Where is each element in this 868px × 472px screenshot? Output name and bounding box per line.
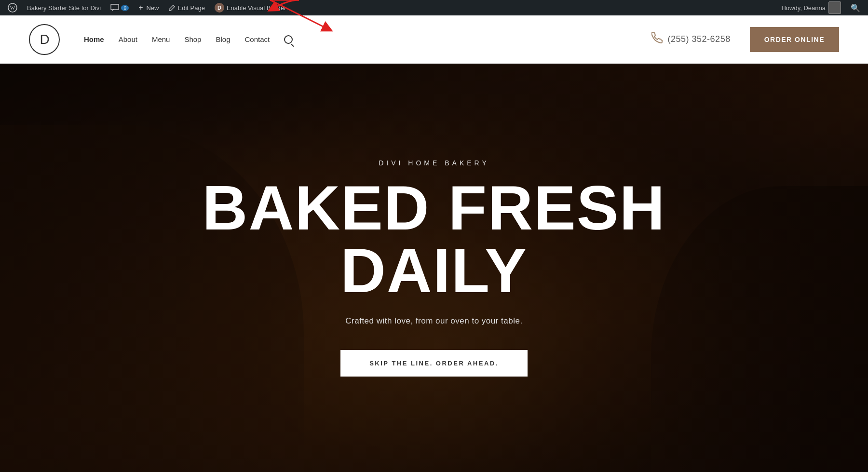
user-avatar — [828, 1, 841, 14]
nav-home[interactable]: Home — [84, 35, 104, 43]
admin-search-icon[interactable]: 🔍 — [847, 3, 864, 13]
site-header: D Home About Menu Shop Blog Contact (255… — [0, 15, 868, 64]
divi-icon-letter: D — [217, 5, 221, 11]
howdy-label: Howdy, Deanna — [781, 4, 826, 12]
hero-section: DIVI HOME BAKERY BAKED FRESH DAILY Craft… — [0, 64, 868, 472]
enable-vb-label: Enable Visual Builder — [227, 4, 286, 12]
hero-content: DIVI HOME BAKERY BAKED FRESH DAILY Craft… — [183, 159, 685, 377]
nav-search-icon[interactable] — [284, 35, 293, 44]
order-online-button[interactable]: ORDER ONLINE — [750, 27, 839, 52]
edit-page-button[interactable]: Edit Page — [165, 0, 209, 15]
adminbar-left: W Bakery Starter Site for Divi 0 + New — [4, 0, 777, 15]
nav-contact[interactable]: Contact — [245, 35, 270, 43]
site-logo[interactable]: D — [29, 24, 60, 55]
phone-icon — [651, 32, 663, 47]
comment-count: 0 — [121, 5, 129, 11]
wordpress-icon: W — [8, 3, 17, 13]
comments-button[interactable]: 0 — [107, 0, 133, 15]
nav-blog[interactable]: Blog — [216, 35, 230, 43]
hero-subtitle: Crafted with love, from our oven to your… — [203, 316, 666, 326]
adminbar-right: Howdy, Deanna 🔍 — [777, 1, 864, 14]
site-name-label: Bakery Starter Site for Divi — [27, 4, 101, 12]
site-navigation: Home About Menu Shop Blog Contact — [84, 35, 651, 44]
plus-icon: + — [138, 3, 143, 12]
logo-circle: D — [29, 24, 60, 55]
hero-title-line2: DAILY — [340, 235, 528, 306]
nav-shop[interactable]: Shop — [184, 35, 201, 43]
pencil-icon — [169, 4, 176, 11]
svg-text:W: W — [10, 5, 15, 11]
nav-about[interactable]: About — [119, 35, 137, 43]
site-name-button[interactable]: Bakery Starter Site for Divi — [23, 0, 105, 15]
hero-eyebrow: DIVI HOME BAKERY — [203, 159, 666, 167]
wp-logo-button[interactable]: W — [4, 0, 21, 15]
phone-area: (255) 352-6258 — [651, 32, 731, 47]
new-label: New — [147, 4, 159, 12]
howdy-button[interactable]: Howdy, Deanna — [777, 1, 845, 14]
enable-vb-button[interactable]: D Enable Visual Builder — [211, 0, 290, 15]
hero-title: BAKED FRESH DAILY — [203, 176, 666, 302]
nav-menu[interactable]: Menu — [152, 35, 170, 43]
logo-letter: D — [40, 32, 49, 47]
edit-page-label: Edit Page — [178, 4, 205, 12]
hero-title-line1: BAKED FRESH — [203, 173, 666, 243]
admin-bar: W Bakery Starter Site for Divi 0 + New — [0, 0, 868, 15]
header-right: (255) 352-6258 ORDER ONLINE — [651, 27, 839, 52]
phone-number: (255) 352-6258 — [668, 34, 731, 44]
hero-cta-button[interactable]: SKIP THE LINE. ORDER AHEAD. — [340, 350, 528, 377]
comment-icon — [110, 4, 119, 12]
new-content-button[interactable]: + New — [135, 0, 163, 15]
divi-icon: D — [215, 3, 224, 13]
